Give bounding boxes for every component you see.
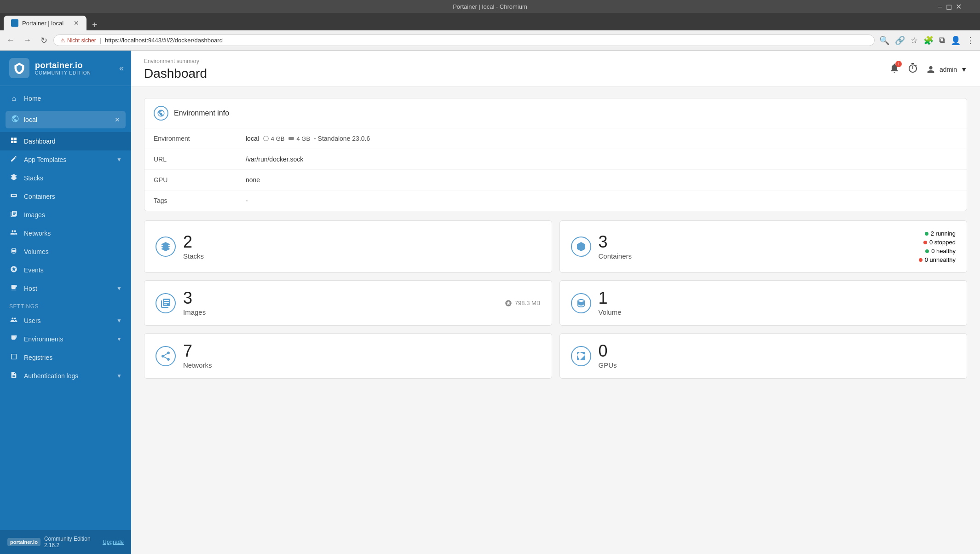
sidebar-item-events[interactable]: Events [0,261,131,279]
tab-close-button[interactable]: ✕ [74,19,79,27]
user-chevron-icon: ▼ [961,66,967,73]
stat-card-networks[interactable]: 7 Networks [144,333,552,379]
containers-running: 2 running [925,230,956,237]
host-icon [9,284,18,293]
sidebar-item-auth-logs[interactable]: Authentication logs ▼ [0,367,131,385]
sidebar-item-dashboard[interactable]: Dashboard [0,132,131,150]
upgrade-link[interactable]: Upgrade [103,539,124,545]
search-icon[interactable]: 🔍 [877,34,891,47]
env-standalone: - Standalone 23.0.6 [314,135,370,142]
stat-card-containers[interactable]: 3 Containers 2 running 0 stopped [559,220,968,273]
address-bar[interactable]: ⚠ Nicht sicher | https://localhost:9443/… [53,35,875,46]
header-right: 1 admin ▼ [889,63,967,76]
gpus-stat-info: 0 GPUs [599,343,956,369]
menu-icon[interactable]: ⋮ [964,34,976,47]
extensions-icon[interactable]: 🧩 [922,34,935,47]
window-minimize[interactable]: ‒ [938,2,942,11]
sidebar-toggle-icon[interactable]: ⧉ [937,34,947,47]
sidebar-item-containers[interactable]: Containers [0,187,131,206]
bookmark-icon[interactable]: ☆ [909,34,920,47]
stat-card-volumes[interactable]: 1 Volume [559,280,968,326]
window-close[interactable]: ✕ [956,2,962,11]
env-info-gpu-label: GPU [154,176,246,184]
chevron-down-icon: ▼ [116,285,122,292]
stat-card-gpus[interactable]: 0 GPUs [559,333,968,379]
profile-icon[interactable]: 👤 [949,34,963,47]
sidebar-item-host[interactable]: Host ▼ [0,279,131,298]
env-info-url-row: URL /var/run/docker.sock [144,149,967,170]
sidebar-item-registries[interactable]: Registries [0,348,131,367]
images-stat-icon [156,293,176,313]
share-icon[interactable]: 🔗 [893,34,907,47]
stat-card-stacks[interactable]: 2 Stacks [144,220,552,273]
sidebar-item-users[interactable]: Users ▼ [0,312,131,330]
main-content: Environment summary Dashboard 1 admin ▼ [131,51,980,554]
containers-meta: 2 running 0 stopped 0 healthy 0 unh [919,230,956,263]
sidebar-item-images[interactable]: Images [0,206,131,224]
sidebar-item-label: Dashboard [24,138,122,145]
sidebar-footer: portainer.io Community Edition 2.16.2 Up… [0,530,131,554]
main-header: Environment summary Dashboard 1 admin ▼ [131,51,980,87]
images-label: Images [183,308,497,316]
url-text: https://localhost:9443/#!/2/docker/dashb… [105,37,223,44]
logo-text: portainer.io COMMUNITY EDITION [35,61,91,75]
security-warning: ⚠ Nicht sicher [60,37,96,44]
stacks-stat-icon [156,237,176,257]
containers-stat-icon [571,237,591,257]
logo-edition: COMMUNITY EDITION [35,70,91,75]
logo-icon [9,58,29,78]
env-badge-cpu: 4 GB [263,135,285,142]
environment-icon [11,115,19,125]
volumes-stat-icon [571,293,591,313]
containers-icon [9,192,18,201]
chevron-down-icon: ▼ [116,373,122,379]
sidebar-item-label: Events [24,266,122,274]
images-size-value: 798.3 MB [515,300,541,306]
home-icon: ⌂ [9,94,18,103]
containers-count: 3 [599,234,911,250]
containers-stat-info: 3 Containers [599,234,911,260]
sidebar-item-volumes[interactable]: Volumes [0,242,131,261]
env-info-title: Environment info [174,109,229,117]
stat-card-images[interactable]: 3 Images 798.3 MB [144,280,552,326]
notification-badge: 1 [895,61,902,67]
sidebar-item-environments[interactable]: Environments ▼ [0,330,131,348]
user-name: admin [940,66,957,73]
sidebar-item-networks[interactable]: Networks [0,224,131,242]
active-tab[interactable]: Portainer | local ✕ [4,16,86,30]
forward-button[interactable]: → [20,34,34,47]
app-layout: portainer.io COMMUNITY EDITION « ⌂ Home … [0,51,980,554]
chevron-down-icon: ▼ [116,336,122,342]
volumes-icon [9,247,18,256]
sidebar-item-label: Volumes [24,248,122,255]
sidebar-item-label: Authentication logs [24,372,111,380]
stopped-dot [923,241,927,244]
env-info-tags-value: - [246,197,248,204]
url-separator: | [100,37,101,44]
sidebar-item-label: App Templates [24,156,111,163]
env-info-tags-row: Tags - [144,190,967,211]
sidebar-item-app-templates[interactable]: App Templates ▼ [0,150,131,169]
auth-logs-icon [9,371,18,381]
new-tab-button[interactable]: + [88,20,101,30]
timer-button[interactable] [907,63,918,76]
window-controls[interactable]: ‒ ◻ ✕ [938,2,962,11]
window-restore[interactable]: ◻ [946,2,952,11]
sidebar-item-label: Containers [24,193,122,200]
sidebar-collapse-button[interactable]: « [119,63,124,73]
events-icon [9,265,18,275]
browser-title: Portainer | local - Chromium [453,3,527,10]
environment-name: local [24,116,110,123]
images-icon [9,210,18,219]
healthy-count: 0 healthy [931,248,956,254]
reload-button[interactable]: ↻ [37,34,51,47]
sidebar-item-home[interactable]: ⌂ Home [0,90,131,107]
sidebar-item-label: Host [24,285,111,292]
unhealthy-count: 0 unhealthy [925,256,956,263]
notifications-button[interactable]: 1 [889,63,900,76]
user-menu[interactable]: admin ▼ [926,64,967,75]
sidebar-item-stacks[interactable]: Stacks [0,169,131,187]
environment-close-button[interactable]: ✕ [115,116,120,123]
users-icon [9,316,18,325]
back-button[interactable]: ← [4,34,17,47]
